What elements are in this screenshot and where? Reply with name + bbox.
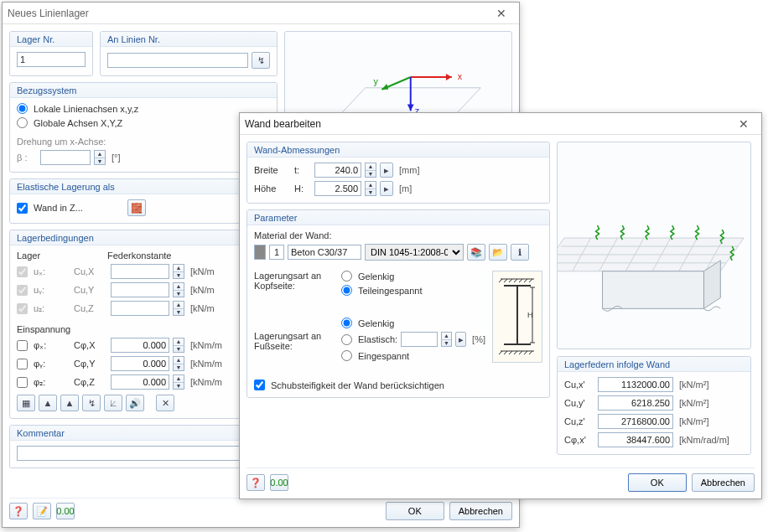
radio-fuss-elastisch[interactable] xyxy=(341,334,352,345)
kommentar-input[interactable] xyxy=(17,446,270,461)
help-icon-2[interactable]: ❓ xyxy=(246,474,265,491)
edit-icon[interactable]: 📝 xyxy=(33,503,51,519)
spin-phiy[interactable]: ▲▼ xyxy=(173,356,184,371)
close-icon-2[interactable]: ✕ xyxy=(731,115,756,133)
lbl-phiy-c: Cφ,Y xyxy=(74,359,107,369)
svg-line-14 xyxy=(529,279,532,282)
mat-num[interactable] xyxy=(269,245,284,260)
u-cphix: [kNm/rad/m] xyxy=(679,435,729,445)
chk-phiz[interactable] xyxy=(17,377,28,388)
inp-phiz[interactable] xyxy=(111,374,169,390)
tb-icon-4[interactable]: ↯ xyxy=(82,395,101,411)
chk-ux xyxy=(17,266,28,277)
mat-norm-combo[interactable]: DIN 1045-1:2008-08 xyxy=(365,244,464,261)
u-cuz: [kN/m²] xyxy=(679,416,708,426)
unit-phiz: [kNm/m xyxy=(190,377,222,387)
inp-t[interactable] xyxy=(314,163,361,178)
unit-phiy: [kNm/m xyxy=(190,359,222,369)
spin-h[interactable]: ▲▼ xyxy=(365,181,376,196)
cancel-button[interactable]: Abbrechen xyxy=(449,502,512,520)
spin-phix[interactable]: ▲▼ xyxy=(173,338,184,353)
arrow-h-icon[interactable]: ▸ xyxy=(380,181,393,196)
radio-kopf-gelenkig[interactable] xyxy=(341,271,352,281)
radio-local-axes[interactable] xyxy=(17,103,28,114)
radio-global-axes[interactable] xyxy=(17,117,28,128)
tb-icon-1[interactable]: ▦ xyxy=(17,395,35,411)
arrow-t-icon[interactable]: ▸ xyxy=(380,163,393,178)
dialog2-title: Wand bearbeiten xyxy=(245,118,321,130)
legend-bedingungen: Lagerbedingungen xyxy=(10,230,277,245)
lbl-uy: uᵧ: xyxy=(34,285,70,296)
svg-marker-4 xyxy=(381,84,388,90)
svg-line-25 xyxy=(529,351,532,354)
radio-fuss-gelenkig[interactable] xyxy=(341,318,352,328)
mat-name[interactable] xyxy=(288,245,361,260)
lbl-phiy: φᵧ: xyxy=(34,359,70,369)
radio-fuss-eingespannt[interactable] xyxy=(341,350,352,361)
lbl-phiz-c: Cφ,Z xyxy=(74,377,107,387)
pick-lines-icon[interactable]: ↯ xyxy=(252,52,270,69)
spin-t[interactable]: ▲▼ xyxy=(365,163,376,178)
inp-h[interactable] xyxy=(314,181,361,196)
svg-line-22 xyxy=(514,351,517,354)
unit-phix: [kNm/m xyxy=(190,340,222,350)
checkbox-wand-z[interactable] xyxy=(17,203,28,214)
svg-line-12 xyxy=(519,279,522,282)
chk-phiy[interactable] xyxy=(17,359,28,369)
arrow-fuss-icon[interactable]: ▸ xyxy=(455,332,466,347)
lbl-phiz: φ₂: xyxy=(34,377,70,388)
chk-uy xyxy=(17,285,28,296)
calc-icon[interactable]: 0.00 xyxy=(56,503,75,519)
spin-uy[interactable]: ▲▼ xyxy=(173,282,184,297)
chk-phix[interactable] xyxy=(17,340,28,351)
legend-kommentar: Kommentar xyxy=(10,426,277,441)
legend-bezug: Bezugssystem xyxy=(10,83,277,98)
lager-nr-input[interactable] xyxy=(17,52,86,67)
tb-icon-3[interactable]: ▲ xyxy=(60,395,79,411)
legend-abm: Wand-Abmessungen xyxy=(247,142,549,158)
lbl-phix-c: Cφ,X xyxy=(74,340,107,350)
svg-line-23 xyxy=(519,351,522,354)
cancel-button-2[interactable]: Abbrechen xyxy=(692,473,755,492)
tb-icon-2[interactable]: ▲ xyxy=(39,395,57,411)
spin-fuss-elastisch[interactable]: ▲▼ xyxy=(441,332,452,347)
tb-icon-6[interactable]: 🔊 xyxy=(126,395,144,411)
close-icon[interactable]: ✕ xyxy=(489,4,514,23)
radio-kopf-teil[interactable] xyxy=(341,285,352,296)
legend-elast: Elastische Lagerung als xyxy=(10,179,277,194)
spin-uz[interactable]: ▲▼ xyxy=(173,301,184,316)
lbl-ux-c: Cu,X xyxy=(74,266,107,276)
lbl-kopf-teil: Teileingespannt xyxy=(358,286,422,296)
dialog-title: Neues Linienlager xyxy=(8,8,89,19)
help-icon[interactable]: ❓ xyxy=(9,503,28,519)
inp-phiy[interactable] xyxy=(111,356,169,371)
wall-3d-preview[interactable] xyxy=(557,142,751,349)
legend-lager-nr: Lager Nr. xyxy=(10,32,92,47)
beta-spinner[interactable]: ▲▼ xyxy=(94,150,106,165)
edit-elastic-icon[interactable]: 🧱 xyxy=(127,199,146,216)
calc-icon-2[interactable]: 0.00 xyxy=(270,474,288,491)
beta-input xyxy=(40,150,91,165)
chk-schub[interactable] xyxy=(254,380,265,390)
label-global-axes: Globale Achsen X,Y,Z xyxy=(34,118,122,128)
lbl-uz-c: Cu,Z xyxy=(74,303,107,313)
inp-ux xyxy=(111,264,169,279)
legend-an-linien: An Linien Nr. xyxy=(101,32,277,47)
ok-button[interactable]: OK xyxy=(386,502,444,520)
mat-info-icon[interactable]: ℹ xyxy=(511,244,529,261)
tb-icon-5[interactable]: ⟀ xyxy=(104,395,122,411)
mat-open-icon[interactable]: 📂 xyxy=(489,244,507,261)
mat-lib-icon[interactable]: 📚 xyxy=(467,244,485,261)
inp-phix[interactable] xyxy=(111,338,169,353)
legend-param: Parameter xyxy=(247,210,549,225)
inp-fuss-elastisch xyxy=(401,332,438,347)
svg-line-20 xyxy=(504,351,507,354)
ok-button-2[interactable]: OK xyxy=(628,473,687,492)
spin-ux[interactable]: ▲▼ xyxy=(173,264,184,279)
tb-icon-7[interactable]: ✕ xyxy=(156,395,174,411)
spin-phiz[interactable]: ▲▼ xyxy=(173,374,184,390)
axis-preview[interactable]: x y z xyxy=(284,31,512,125)
label-local-axes: Lokale Linienachsen x,y,z xyxy=(34,104,138,114)
an-linien-input[interactable] xyxy=(107,53,248,68)
svg-marker-2 xyxy=(446,74,452,80)
